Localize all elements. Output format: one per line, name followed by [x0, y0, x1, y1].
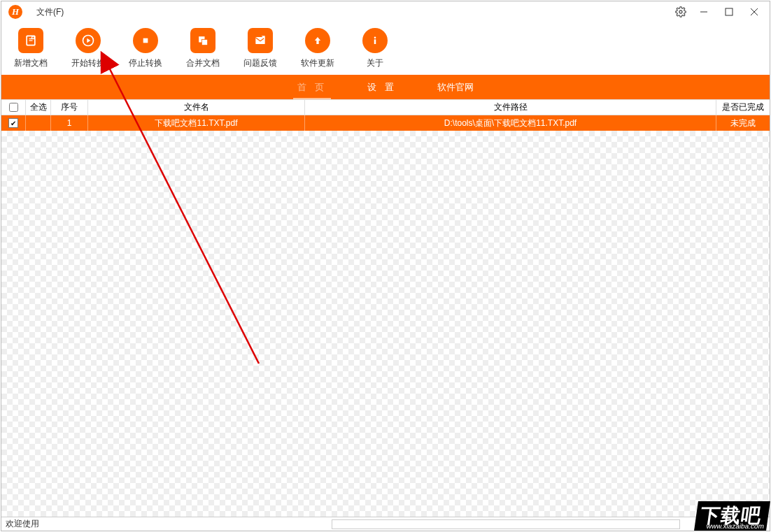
stop-convert-label: 停止转换 [129, 57, 162, 69]
feedback-label: 问题反馈 [243, 57, 277, 69]
row-filename: 下载吧文档11.TXT.pdf [88, 115, 305, 131]
header-filename: 文件名 [88, 100, 305, 115]
table-header: 全选 序号 文件名 文件路径 是否已完成 [1, 99, 770, 115]
start-convert-label: 开始转换 [71, 57, 105, 69]
app-logo-icon: H [8, 5, 22, 19]
row-blank [26, 115, 51, 131]
merge-icon [190, 28, 215, 53]
svg-rect-17 [255, 37, 264, 44]
tab-home[interactable]: 首 页 [293, 75, 331, 99]
svg-marker-13 [87, 38, 90, 43]
status-welcome: 欢迎使用 [6, 518, 39, 530]
header-filepath: 文件路径 [305, 100, 716, 115]
new-doc-button[interactable]: 新增文档 [13, 28, 49, 69]
stop-convert-button[interactable]: 停止转换 [127, 28, 164, 69]
svg-rect-2 [726, 8, 733, 15]
row-checkbox[interactable] [8, 118, 18, 128]
table-row[interactable]: 1 下载吧文档11.TXT.pdf D:\tools\桌面\下载吧文档11.TX… [1, 115, 770, 131]
about-label: 关于 [367, 57, 383, 69]
close-button[interactable] [742, 1, 767, 22]
title-bar: H 文件(F) [1, 1, 770, 22]
update-icon [305, 28, 330, 53]
tab-bar: 首 页 设 置 软件官网 [1, 75, 770, 99]
feedback-icon [248, 28, 273, 53]
new-doc-label: 新增文档 [14, 57, 48, 69]
maximize-button[interactable] [716, 1, 742, 22]
stop-icon [133, 28, 158, 53]
status-bar: 欢迎使用 [1, 517, 770, 531]
row-filepath: D:\tools\桌面\下载吧文档11.TXT.pdf [305, 115, 716, 131]
update-label: 软件更新 [301, 57, 334, 69]
main-toolbar: 新增文档 开始转换 停止转换 合并文档 问题反馈 软件更新 关于 [1, 22, 770, 75]
merge-doc-label: 合并文档 [186, 57, 220, 69]
row-status: 未完成 [716, 115, 770, 131]
app-window: H 文件(F) 新增文档 开始转换 停止转换 合并文档 [1, 1, 770, 531]
svg-rect-20 [374, 39, 376, 44]
tab-settings[interactable]: 设 置 [363, 75, 401, 99]
select-all-checkbox[interactable] [9, 103, 18, 112]
svg-marker-18 [315, 37, 320, 44]
feedback-button[interactable]: 问题反馈 [242, 28, 278, 69]
about-button[interactable]: 关于 [357, 28, 393, 69]
start-convert-button[interactable]: 开始转换 [70, 28, 106, 69]
play-icon [76, 28, 101, 53]
svg-rect-16 [201, 39, 207, 45]
update-button[interactable]: 软件更新 [299, 28, 336, 69]
merge-doc-button[interactable]: 合并文档 [185, 28, 221, 69]
header-num: 序号 [51, 100, 88, 115]
svg-rect-14 [143, 38, 148, 43]
header-checkbox-cell [1, 100, 26, 115]
row-checkbox-cell [1, 115, 26, 131]
minimize-button[interactable] [691, 1, 716, 22]
header-select-all[interactable]: 全选 [26, 100, 51, 115]
progress-bar [332, 519, 680, 529]
svg-point-0 [679, 10, 682, 13]
row-num: 1 [51, 115, 88, 131]
file-menu[interactable]: 文件(F) [36, 6, 64, 18]
empty-content-area [1, 131, 770, 517]
new-doc-icon [18, 28, 43, 53]
settings-gear-icon[interactable] [670, 1, 691, 22]
svg-point-19 [374, 37, 376, 39]
info-icon [362, 28, 388, 53]
window-controls [670, 1, 767, 22]
header-status: 是否已完成 [716, 100, 770, 115]
tab-official-site[interactable]: 软件官网 [433, 75, 478, 99]
